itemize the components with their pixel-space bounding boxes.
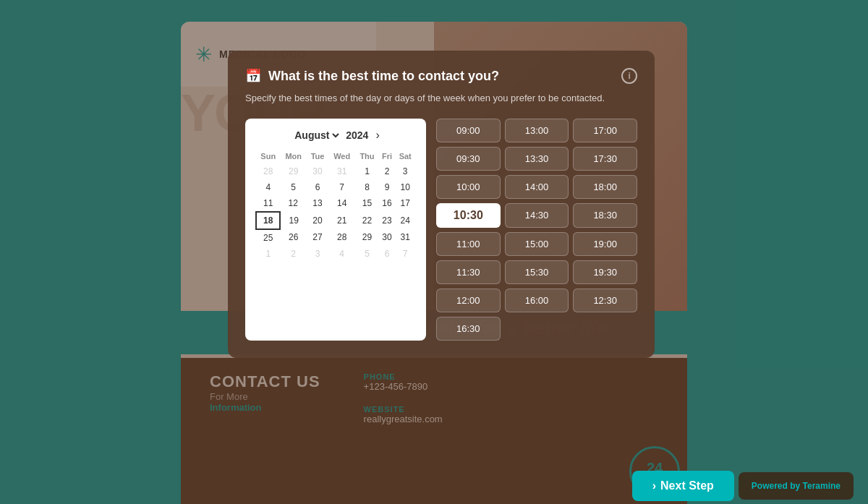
calendar-day[interactable]: 6 [379,246,396,262]
calendar-day[interactable]: 13 [307,195,328,212]
calendar-day[interactable]: 3 [307,246,328,262]
calendar-next-button[interactable]: › [375,129,379,142]
calendar-day[interactable]: 29 [355,229,379,246]
calendar-year: 2024 [346,129,368,141]
time-slot[interactable]: 09:00 [436,119,501,142]
time-slot[interactable]: 10:30 [436,203,501,228]
time-slot[interactable]: 15:30 [505,260,569,284]
month-select[interactable]: August [292,129,341,142]
scheduling-modal: 📅 What is the best time to contact you? … [228,51,655,358]
calendar-day[interactable]: 19 [280,212,306,229]
calendar-nav: August 2024 › [255,129,416,142]
powered-by: Powered by Teramine [739,472,854,500]
calendar-day[interactable]: 5 [280,179,306,195]
calendar-day[interactable]: 8 [355,179,379,195]
calendar-table: SunMonTueWedThuFriSat 282930311234567891… [255,149,416,262]
calendar-day[interactable]: 30 [379,229,396,246]
calendar-day[interactable]: 28 [256,163,280,179]
calendar-day[interactable]: 23 [379,212,396,229]
calendar-day[interactable]: 1 [256,246,280,262]
modal-title: What is the best time to contact you? [268,69,499,84]
modal-header: 📅 What is the best time to contact you? … [245,68,637,84]
calendar-day[interactable]: 2 [280,246,306,262]
calendar-icon: 📅 [245,68,261,84]
calendar-day[interactable]: 2 [379,163,396,179]
time-slot[interactable]: 12:30 [573,289,637,312]
bottom-bar: › Next Step Powered by Teramine [0,468,868,504]
calendar-day[interactable]: 6 [307,179,328,195]
modal-title-row: 📅 What is the best time to contact you? [245,68,499,84]
calendar-day[interactable]: 7 [395,246,415,262]
modal-body: August 2024 › SunMonTueWedThuFriSat 2829… [245,119,637,341]
calendar-day[interactable]: 11 [256,195,280,212]
calendar-day[interactable]: 17 [395,195,415,212]
calendar-day[interactable]: 25 [256,229,280,246]
time-slot[interactable]: 17:30 [573,147,637,171]
calendar-day[interactable]: 16 [379,195,396,212]
calendar-day[interactable]: 30 [307,163,328,179]
time-slot[interactable]: 19:00 [573,232,637,256]
time-slot[interactable]: 12:00 [436,289,501,312]
calendar-day[interactable]: 29 [280,163,306,179]
calendar-day[interactable]: 1 [355,163,379,179]
calendar-day[interactable]: 28 [328,229,355,246]
calendar-day[interactable]: 3 [395,163,415,179]
calendar-day[interactable]: 9 [379,179,396,195]
calendar-day[interactable]: 14 [328,195,355,212]
calendar-day[interactable]: 10 [395,179,415,195]
time-slot[interactable]: 16:00 [505,289,569,312]
calendar-day[interactable]: 12 [280,195,306,212]
calendar-day[interactable]: 7 [328,179,355,195]
calendar-day[interactable]: 31 [395,229,415,246]
time-slot[interactable]: 11:30 [436,260,501,284]
calendar-day[interactable]: 27 [307,229,328,246]
time-slot[interactable]: 17:00 [573,119,637,142]
time-slot[interactable]: 09:30 [436,147,501,171]
calendar-day[interactable]: 15 [355,195,379,212]
time-slot[interactable]: 10:00 [436,175,501,199]
next-step-label: Next Step [660,479,714,492]
calendar-day[interactable]: 24 [395,212,415,229]
time-slot[interactable]: 11:00 [436,232,501,256]
time-slots-grid: 09:0013:0017:0009:3013:3017:3010:0014:00… [436,119,637,341]
time-slot[interactable]: 14:00 [505,175,569,199]
time-slot[interactable]: 18:30 [573,203,637,228]
calendar-day[interactable]: 5 [355,246,379,262]
time-slot[interactable]: 15:00 [505,232,569,256]
next-icon: › [652,479,656,492]
time-slot[interactable]: 18:00 [573,175,637,199]
time-slot[interactable]: 19:30 [573,260,637,284]
calendar-day[interactable]: 4 [256,179,280,195]
next-step-button[interactable]: › Next Step [632,471,734,501]
time-slot[interactable]: 14:30 [505,203,569,228]
calendar-day[interactable]: 31 [328,163,355,179]
time-slot[interactable]: 13:30 [505,147,569,171]
time-slot[interactable]: 16:30 [436,317,501,341]
calendar-day[interactable]: 26 [280,229,306,246]
calendar: August 2024 › SunMonTueWedThuFriSat 2829… [245,119,426,341]
calendar-day[interactable]: 18 [256,212,280,229]
time-slot[interactable]: 13:00 [505,119,569,142]
calendar-day[interactable]: 22 [355,212,379,229]
calendar-day[interactable]: 21 [328,212,355,229]
modal-description: Specify the best times of the day or day… [245,91,637,106]
info-icon-button[interactable]: i [621,68,637,84]
calendar-day[interactable]: 20 [307,212,328,229]
calendar-day[interactable]: 4 [328,246,355,262]
